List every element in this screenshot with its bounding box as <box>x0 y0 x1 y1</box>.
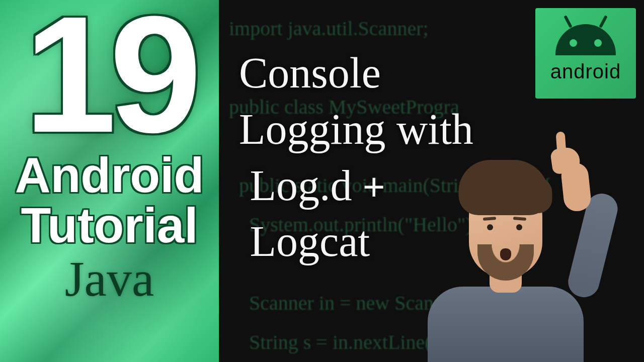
android-badge-label: android <box>550 60 621 83</box>
title-line-2: Logging with <box>239 102 473 158</box>
left-panel: 19 Android Tutorial Java <box>0 0 219 362</box>
series-name-line1: Android <box>15 150 204 200</box>
android-badge: android <box>535 8 636 99</box>
presenter-portrait <box>423 166 589 362</box>
plus-icon: + <box>363 165 385 208</box>
right-panel: import java.util.Scanner; public class M… <box>219 0 644 362</box>
android-robot-icon <box>555 24 616 55</box>
video-thumbnail: 19 Android Tutorial Java import java.uti… <box>0 0 644 362</box>
series-name-line2: Tutorial <box>21 200 198 251</box>
episode-number: 19 <box>24 4 195 145</box>
title-line-1: Console <box>239 45 473 102</box>
language-label: Java <box>65 254 154 304</box>
